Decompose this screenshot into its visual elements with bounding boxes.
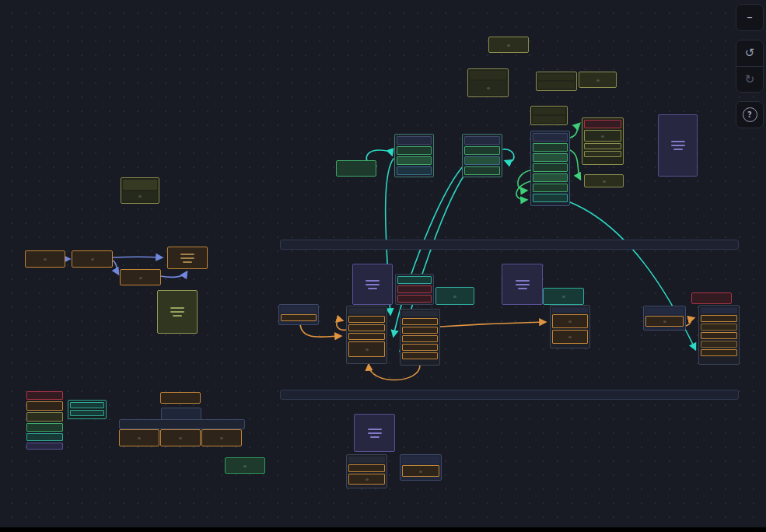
teal-red-node[interactable]: [395, 274, 434, 305]
node-row: [402, 335, 438, 342]
io-node[interactable]: [643, 306, 686, 331]
node-row: [645, 316, 684, 327]
yellow-node[interactable]: [488, 37, 529, 53]
node-row: [584, 151, 621, 157]
node-row: [123, 180, 157, 190]
node-row: [533, 173, 568, 182]
orange-pair-node[interactable]: [346, 454, 387, 488]
node-row: [538, 74, 575, 80]
redo-button[interactable]: ↻: [736, 66, 764, 93]
node-row: [701, 341, 737, 348]
undo-button[interactable]: ↺: [736, 40, 764, 66]
input-node[interactable]: [278, 304, 319, 325]
teal-node[interactable]: [543, 288, 584, 305]
yellow-node[interactable]: [579, 72, 617, 88]
node-row: [397, 156, 432, 165]
wire-teal: [503, 149, 514, 162]
node-row: [464, 166, 500, 175]
collapsed-group-bar[interactable]: [280, 240, 739, 250]
node-row: [26, 412, 63, 422]
orange-stack-node[interactable]: [346, 306, 387, 364]
minimize-button[interactable]: –: [736, 4, 764, 31]
node-dot: [419, 471, 422, 473]
node-row: [533, 153, 568, 162]
node-row: [584, 130, 621, 142]
orange-node[interactable]: [72, 250, 113, 268]
node-row: [402, 311, 438, 317]
io-node[interactable]: [400, 454, 442, 481]
yellow-node[interactable]: [530, 106, 568, 125]
yellow-node[interactable]: [467, 68, 509, 97]
note-node[interactable]: [658, 114, 698, 177]
green-node[interactable]: [336, 160, 376, 177]
orange-node[interactable]: [160, 392, 201, 404]
node-row: [348, 474, 385, 485]
node-row: [397, 285, 432, 293]
undo-redo-group: ↺ ↻: [736, 40, 764, 93]
node-row: [402, 352, 438, 359]
orange-node[interactable]: [120, 269, 161, 285]
node-row: [464, 146, 500, 155]
node-row: [402, 344, 438, 351]
frame-band[interactable]: [119, 419, 245, 429]
node-row: [402, 465, 439, 477]
red-node[interactable]: [691, 292, 732, 304]
node-row: [26, 443, 63, 450]
help-icon: ?: [743, 107, 757, 122]
note-node[interactable]: [502, 264, 543, 305]
help-button[interactable]: ?: [736, 101, 764, 128]
graph-canvas[interactable]: – ↺ ↻ ?: [0, 0, 766, 530]
node-dot: [366, 478, 369, 481]
node-row: [402, 457, 439, 464]
node-row: [552, 314, 588, 328]
node-dot: [220, 437, 223, 439]
node-row: [26, 423, 63, 432]
node-row: [70, 402, 104, 408]
orange-node[interactable]: [167, 247, 208, 269]
node-row: [645, 308, 684, 314]
note-lines-icon: [180, 254, 194, 263]
collapsed-group-bar[interactable]: [280, 390, 739, 400]
yellow-node[interactable]: [121, 177, 159, 204]
node-dot: [44, 258, 47, 261]
teal-pair-node[interactable]: [68, 400, 107, 419]
orange-node[interactable]: [160, 429, 201, 446]
node-row: [533, 184, 568, 192]
multi-color-stack[interactable]: [24, 389, 65, 455]
node-dot: [453, 296, 456, 298]
node-row: [538, 82, 575, 89]
teal-node[interactable]: [435, 287, 474, 305]
node-row: [533, 163, 568, 172]
orange-node[interactable]: [201, 429, 242, 446]
wire-orange: [300, 324, 341, 337]
node-row: [348, 464, 385, 472]
node-row: [533, 116, 565, 123]
orange-node[interactable]: [119, 429, 159, 446]
node-row: [397, 166, 432, 175]
orange-node[interactable]: [25, 250, 65, 268]
stack-node[interactable]: [530, 131, 570, 206]
node-row: [464, 136, 500, 145]
orange-pair-node[interactable]: [550, 305, 590, 348]
orange-stack-node[interactable]: [400, 309, 440, 366]
note-node[interactable]: [157, 290, 198, 334]
yellow-node[interactable]: [536, 72, 577, 91]
note-lines-icon: [671, 141, 685, 150]
note-node[interactable]: [352, 264, 393, 305]
node-row: [552, 307, 588, 313]
node-dot: [663, 320, 666, 323]
node-row: [402, 327, 438, 334]
node-row: [533, 108, 565, 114]
note-node[interactable]: [354, 414, 395, 452]
node-dot: [366, 348, 369, 351]
node-row: [123, 191, 157, 201]
node-row: [701, 315, 737, 322]
green-node[interactable]: [225, 457, 265, 474]
blue-box[interactable]: [161, 408, 201, 420]
red-header-node[interactable]: [582, 117, 624, 165]
orange-stack-node[interactable]: [698, 305, 740, 365]
yellow-node[interactable]: [584, 174, 624, 187]
process-node[interactable]: [462, 134, 502, 177]
process-node[interactable]: [394, 134, 434, 177]
node-row: [348, 457, 385, 463]
